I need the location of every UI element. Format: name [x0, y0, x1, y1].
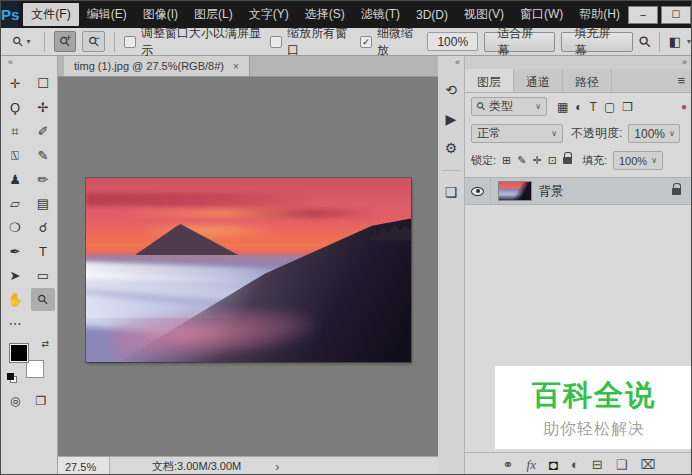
link-layers-icon[interactable]: ⚭ — [503, 457, 514, 472]
eyedropper-tool[interactable]: ✐ — [31, 120, 55, 143]
menu-view[interactable]: 视图(V) — [456, 3, 512, 26]
workspace-switcher-icon[interactable]: ◧ — [669, 34, 681, 49]
status-options-chevron-icon[interactable]: › — [275, 460, 279, 474]
hand-tool[interactable]: ✋ — [3, 288, 27, 311]
libraries-panel-icon[interactable]: ❏ — [445, 184, 458, 200]
layer-thumbnail[interactable] — [498, 181, 532, 201]
move-tool[interactable]: ✛ — [3, 72, 27, 95]
type-tool[interactable]: T — [31, 240, 55, 263]
lock-all-icon[interactable] — [563, 157, 572, 164]
zoom-tool[interactable]: ⚲ — [31, 288, 55, 311]
adjustment-layer-icon[interactable]: ◐ — [571, 457, 579, 472]
layer-style-icon[interactable]: fx — [527, 457, 536, 473]
resize-window-label: 调整窗口大小以满屏显示 — [141, 25, 264, 59]
menu-layer[interactable]: 图层(L) — [186, 3, 241, 26]
foreground-color-swatch[interactable] — [10, 344, 28, 362]
history-brush-tool[interactable]: ✏ — [31, 168, 55, 191]
properties-panel-icon[interactable]: ⚙ — [445, 140, 458, 156]
zoom-percent-field[interactable]: 100% — [427, 32, 478, 51]
tab-channels[interactable]: 通道 — [514, 69, 563, 92]
background-color-swatch[interactable] — [26, 360, 44, 378]
opacity-dropdown[interactable]: 100% ∨ — [628, 124, 680, 143]
lock-artboard-icon[interactable]: ⊡ — [548, 154, 557, 167]
collapse-tools-icon[interactable]: « — [1, 56, 57, 69]
filter-toggle-icon[interactable]: ● — [681, 101, 687, 112]
menu-image[interactable]: 图像(I) — [135, 3, 186, 26]
clone-stamp-tool[interactable]: ♟ — [3, 168, 27, 191]
menu-3d[interactable]: 3D(D) — [408, 5, 456, 25]
lock-transparent-icon[interactable]: ⊞ — [502, 154, 511, 167]
document-tab[interactable]: timg (1).jpg @ 27.5%(RGB/8#) × — [64, 56, 250, 76]
delete-layer-icon[interactable]: ⌧ — [640, 457, 655, 472]
zoom-out-button[interactable]: ⚲ − — [82, 31, 105, 52]
lock-position-icon[interactable]: ✛ — [533, 154, 542, 167]
healing-brush-tool[interactable]: ⍂ — [3, 144, 27, 167]
photo-cloud — [119, 209, 379, 218]
scrubby-zoom-checkbox[interactable]: ✓ — [360, 36, 372, 48]
actions-panel-icon[interactable]: ▶ — [446, 111, 457, 127]
brush-tool[interactable]: ✎ — [31, 144, 55, 167]
filter-kind-dropdown[interactable]: ⚲类型 ∨ — [471, 97, 547, 116]
fill-dropdown[interactable]: 100% ∨ — [613, 151, 663, 170]
fit-screen-button[interactable]: 适合屏幕 — [484, 32, 555, 52]
collapsed-panels-strip: « ⟲ ▶ ⚙ ❏ — [438, 56, 465, 475]
layer-row-background[interactable]: 背景 — [465, 177, 692, 205]
zoom-in-button[interactable]: ⚲ + — [54, 31, 77, 52]
resize-window-checkbox[interactable] — [124, 36, 136, 48]
zoom-all-windows-option: 缩放所有窗口 — [270, 25, 354, 59]
pen-tool[interactable]: ✒ — [3, 240, 27, 263]
minimize-button[interactable]: – — [628, 6, 658, 24]
quick-mask-icon[interactable]: ◎ — [10, 394, 20, 408]
collapse-panel-icon[interactable]: » — [465, 56, 692, 69]
shape-tool[interactable]: ▭ — [31, 264, 55, 287]
zoom-all-windows-checkbox[interactable] — [270, 36, 282, 48]
crop-tool[interactable]: ⌗ — [3, 120, 27, 143]
tab-layers[interactable]: 图层 — [465, 69, 514, 92]
swap-colors-icon[interactable]: ⇄ — [41, 339, 49, 349]
close-tab-icon[interactable]: × — [233, 61, 239, 72]
layer-mask-icon[interactable]: ◘ — [549, 456, 558, 473]
status-zoom-field[interactable]: 27.5% — [58, 457, 110, 475]
expand-panels-icon[interactable]: « — [455, 56, 464, 69]
path-selection-tool[interactable]: ➤ — [3, 264, 27, 287]
history-panel-icon[interactable]: ⟲ — [445, 82, 457, 98]
menu-window[interactable]: 窗口(W) — [512, 3, 571, 26]
tool-options-bar: ⚲ ▾ ⚲ + ⚲ − 调整窗口大小以满屏显示 缩放所有窗口 ✓ 细微缩放 10… — [1, 28, 691, 56]
dodge-tool[interactable]: ☌ — [31, 216, 55, 239]
blend-mode-dropdown[interactable]: 正常 ∨ — [471, 124, 563, 143]
menu-type[interactable]: 文字(Y) — [241, 3, 297, 26]
lasso-tool[interactable]: Ϙ — [3, 96, 27, 119]
separator — [44, 32, 45, 52]
marquee-tool[interactable]: ☐ — [31, 72, 55, 95]
tool-preset-picker[interactable]: ⚲ ▾ — [9, 33, 35, 50]
fill-screen-button[interactable]: 填充屏幕 — [561, 32, 632, 52]
lock-pixels-icon[interactable]: ✎ — [517, 154, 526, 167]
eraser-tool[interactable]: ▱ — [3, 192, 27, 215]
menu-filter[interactable]: 滤镜(T) — [353, 3, 408, 26]
canvas-area[interactable] — [58, 77, 438, 456]
blend-mode-value: 正常 — [477, 125, 501, 142]
layer-group-icon[interactable]: ⊟ — [592, 457, 603, 472]
edit-toolbar-button[interactable]: ⋯ — [3, 312, 27, 335]
tab-paths[interactable]: 路径 — [563, 69, 612, 92]
menu-help[interactable]: 帮助(H) — [571, 3, 628, 26]
filter-adjustment-icon[interactable]: ◐ — [575, 100, 582, 114]
menu-select[interactable]: 选择(S) — [297, 3, 353, 26]
blur-tool[interactable]: ❍ — [3, 216, 27, 239]
layer-visibility-cell[interactable] — [465, 178, 491, 204]
screen-mode-icon[interactable]: ❐ — [35, 394, 46, 408]
filter-type-icon[interactable]: T — [590, 100, 597, 114]
tools-grid: ✛ ☐ Ϙ ✢ ⌗ ✐ ⍂ ✎ ♟ ✏ ▱ ▤ ❍ ☌ ✒ T ➤ ▭ ✋ ⚲ … — [1, 72, 57, 335]
quick-selection-tool[interactable]: ✢ — [31, 96, 55, 119]
filter-shape-icon[interactable]: ▢ — [604, 100, 615, 114]
filter-pixel-icon[interactable]: ▦ — [557, 100, 568, 114]
default-colors-icon[interactable] — [7, 373, 17, 383]
maximize-button[interactable]: ☐ — [661, 6, 691, 24]
search-icon[interactable]: ⚲ — [635, 32, 653, 50]
menu-edit[interactable]: 编辑(E) — [79, 3, 135, 26]
menu-file[interactable]: 文件(F) — [23, 3, 78, 26]
filter-smart-object-icon[interactable]: ❒ — [622, 100, 633, 114]
panel-menu-icon[interactable]: ≡ — [669, 69, 692, 92]
new-layer-icon[interactable]: ❑ — [616, 457, 628, 472]
gradient-tool[interactable]: ▤ — [31, 192, 55, 215]
